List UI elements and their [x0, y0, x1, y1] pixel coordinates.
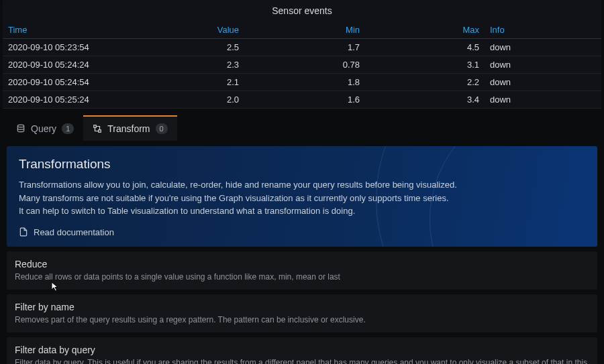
tab-query-count: 1 [62, 123, 74, 134]
transformation-option[interactable]: Filter data by queryFilter data by query… [7, 337, 597, 365]
cell-value: 2.1 [123, 74, 244, 91]
cell-time: 2020-09-10 05:24:54 [3, 74, 123, 91]
cell-max: 2.2 [365, 74, 485, 91]
svg-point-0 [17, 125, 23, 127]
cell-info: down [485, 39, 601, 56]
cell-info: down [485, 56, 601, 74]
transform-tab-body: Transformations Transformations allow yo… [0, 141, 604, 364]
table-row[interactable]: 2020-09-10 05:23:542.51.74.5down [3, 39, 601, 56]
cell-time: 2020-09-10 05:24:24 [3, 56, 123, 74]
tab-transform-count: 0 [156, 123, 168, 134]
cell-value: 2.0 [123, 91, 244, 109]
cell-min: 1.7 [244, 39, 365, 56]
editor-tabs: Query 1 Transform 0 [0, 115, 604, 141]
file-icon [19, 227, 28, 237]
cell-info: down [485, 91, 601, 109]
col-header-max[interactable]: Max [365, 21, 485, 39]
tab-transform-label: Transform [107, 123, 150, 134]
transformation-option[interactable]: Filter by nameRemoves part of the query … [7, 294, 597, 332]
cell-value: 2.5 [123, 39, 244, 56]
cell-min: 0.78 [244, 56, 365, 74]
col-header-value[interactable]: Value [123, 21, 244, 39]
table-row[interactable]: 2020-09-10 05:25:242.01.63.4down [3, 91, 601, 109]
transformations-info-card: Transformations Transformations allow yo… [7, 146, 597, 247]
col-header-time[interactable]: Time [3, 21, 123, 39]
doc-link-label: Read documentation [34, 227, 114, 237]
cell-max: 3.1 [365, 56, 485, 74]
database-icon [16, 124, 26, 133]
col-header-min[interactable]: Min [244, 21, 365, 39]
transformation-desc: Removes part of the query results using … [15, 315, 589, 324]
cell-max: 3.4 [365, 91, 485, 109]
cell-min: 1.8 [244, 74, 365, 91]
cell-info: down [485, 74, 601, 91]
table-row[interactable]: 2020-09-10 05:24:542.11.82.2down [3, 74, 601, 91]
transformation-desc: Filter data by query. This is useful if … [15, 358, 589, 365]
cell-value: 2.3 [123, 56, 244, 74]
svg-rect-2 [99, 130, 101, 133]
col-header-info[interactable]: Info [485, 21, 601, 39]
panel-title: Sensor events [3, 0, 601, 21]
transformation-option[interactable]: ReduceReduce all rows or data points to … [7, 251, 597, 290]
transformation-desc: Reduce all rows or data points to a sing… [15, 272, 589, 282]
svg-rect-1 [94, 125, 97, 128]
sensor-events-panel: Sensor events Time Value Min Max Info 20… [3, 0, 601, 109]
transformation-name: Filter by name [15, 302, 589, 312]
transformation-list: ReduceReduce all rows or data points to … [7, 251, 597, 365]
cell-max: 4.5 [365, 39, 485, 56]
tab-transform[interactable]: Transform 0 [83, 115, 177, 141]
cell-time: 2020-09-10 05:25:24 [3, 91, 123, 109]
tab-query[interactable]: Query 1 [7, 115, 83, 141]
cell-min: 1.6 [244, 91, 365, 109]
transform-icon [93, 124, 102, 133]
table-header-row: Time Value Min Max Info [3, 21, 601, 39]
cell-time: 2020-09-10 05:23:54 [3, 39, 123, 56]
transformation-name: Reduce [15, 259, 589, 269]
transformation-name: Filter data by query [15, 345, 589, 355]
data-table: Time Value Min Max Info 2020-09-10 05:23… [3, 21, 601, 109]
tab-query-label: Query [31, 123, 56, 134]
table-row[interactable]: 2020-09-10 05:24:242.30.783.1down [3, 56, 601, 74]
